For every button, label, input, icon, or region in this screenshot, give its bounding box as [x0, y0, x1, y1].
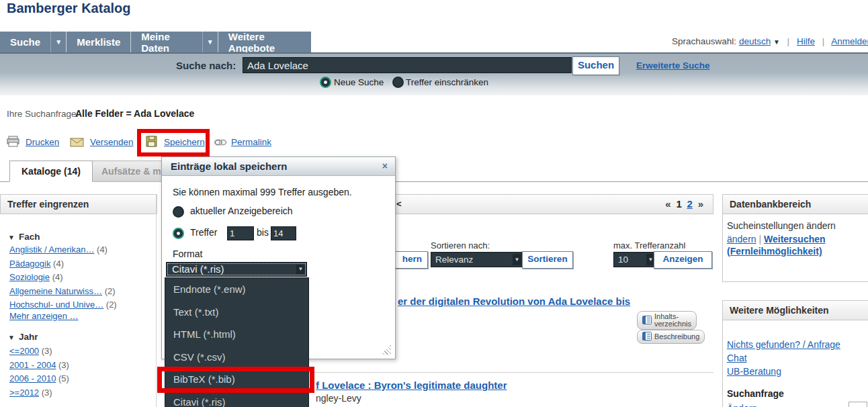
radio-current-range-label: aktueller Anzeigebereich — [190, 206, 293, 216]
hidden-text-fragment: < — [396, 195, 402, 214]
toc-button-label: Inhalts-verzeichnis — [654, 313, 691, 328]
nothing-found-link[interactable]: Nichts gefunden? / Anfrage — [727, 339, 840, 350]
range-to-input[interactable] — [271, 226, 296, 240]
interlibrary-loan-link[interactable]: (Fernleihmöglichkeit) — [727, 246, 822, 257]
aendern-link-clipped[interactable]: Ändern — [727, 403, 757, 407]
separator: | — [758, 234, 761, 244]
facet-group-label: Fach — [19, 232, 40, 242]
radio-treffer-range-label: Treffer — [190, 227, 217, 238]
envelope-icon — [70, 138, 84, 150]
pagination-page-1: 1 — [676, 198, 681, 210]
description-button[interactable]: Beschreibung — [637, 330, 705, 344]
result-2-author: ngley-Levy — [316, 393, 361, 404]
triangle-down-icon: ▼ — [8, 234, 15, 241]
range-from-input[interactable] — [227, 226, 254, 240]
toc-button[interactable]: Inhalts-verzeichnis — [637, 311, 697, 330]
radio-current-range[interactable] — [173, 206, 184, 218]
continue-search-link[interactable]: Weitersuchen — [764, 234, 826, 244]
search-label: Suche nach: — [176, 60, 236, 71]
sort-button[interactable]: Sortieren — [522, 251, 573, 269]
facet-panel-header: Treffer eingrenzen — [0, 194, 157, 214]
close-icon[interactable]: × — [382, 157, 388, 175]
result-2-title-link[interactable]: f Lovelace : Byron's legitimate daughter — [316, 379, 507, 391]
more-options-panel-header: Weitere Möglichkeiten — [723, 301, 868, 320]
print-link[interactable]: Drucken — [26, 137, 59, 147]
permalink-link[interactable]: Permalink — [231, 137, 271, 147]
triangle-down-icon: ▼ — [8, 334, 15, 341]
nav-item-merkliste[interactable]: Merkliste — [67, 32, 131, 52]
chevron-down-icon: ▼ — [207, 38, 214, 46]
format-label: Format — [173, 248, 202, 259]
nav-suche-dropdown-arrow[interactable]: ▼ — [50, 32, 67, 52]
facet-link: <=2000 (3) — [9, 346, 52, 356]
chevron-down-icon: ▼ — [773, 38, 780, 46]
document-icon — [642, 332, 652, 342]
format-option-csv[interactable]: CSV (*.csv) — [165, 346, 308, 369]
divider — [156, 194, 157, 407]
language-select[interactable]: deutsch — [739, 36, 771, 46]
max-results-label: max. Trefferanzahl — [613, 240, 685, 251]
ub-beratung-link[interactable]: UB-Beratung — [727, 366, 781, 377]
facet-link: Pädagogik (4) — [9, 259, 64, 269]
sort-select[interactable]: Relevanz ▼ — [431, 252, 523, 267]
format-select-value: Citavi (*.ris) — [172, 263, 224, 275]
tab-kataloge[interactable]: Kataloge (14) — [9, 161, 93, 182]
facet-group-jahr[interactable]: ▼Jahr — [8, 332, 38, 342]
facet-group-fach[interactable]: ▼Fach — [8, 232, 40, 242]
annotation-box-bibtex — [157, 367, 314, 393]
help-link[interactable]: Hilfe — [797, 36, 815, 46]
change-link[interactable]: ändern — [727, 234, 756, 244]
query-summary-value: Alle Felder = Ada Lovelace — [75, 108, 194, 119]
show-button[interactable]: Anzeigen — [654, 251, 712, 269]
save-dialog-title: Einträge lokal speichern — [162, 157, 395, 176]
pagination-prev[interactable]: « — [665, 198, 670, 210]
bis-label: bis — [257, 227, 269, 238]
format-option-html[interactable]: HTML (*.html) — [165, 323, 308, 346]
document-icon — [642, 316, 652, 326]
max-results-select[interactable]: 10 ▼ — [613, 252, 657, 267]
clipped-input-fragment[interactable] — [849, 402, 867, 407]
permalink-chain-icon — [214, 138, 228, 150]
nav-item-label: Merkliste — [77, 36, 120, 48]
format-option-endnote[interactable]: Endnote (*.enw) — [165, 278, 308, 301]
pagination-next[interactable]: » — [698, 198, 703, 210]
format-option-text[interactable]: Text (*.txt) — [165, 301, 308, 324]
radio-treffer-range[interactable] — [173, 228, 184, 239]
nav-item-label: Meine Daten — [141, 31, 191, 54]
search-button[interactable]: Suchen — [572, 56, 619, 75]
nav-item-suche[interactable]: Suche — [0, 32, 50, 52]
search-input[interactable] — [243, 57, 572, 73]
search-settings-text: Sucheinstellungen ändern — [727, 220, 865, 231]
pagination-page-2[interactable]: 2 — [687, 198, 693, 210]
facet-group-label: Jahr — [19, 332, 38, 342]
radio-treffer-einschraenken[interactable] — [392, 77, 404, 88]
chevron-down-icon: ▼ — [513, 254, 521, 265]
database-panel-header: Datenbankbereich — [723, 195, 868, 214]
format-option-citavi[interactable]: Citavi (*.ris) — [165, 391, 308, 407]
login-link[interactable]: Anmelden — [831, 36, 868, 46]
radio-neue-suche[interactable] — [320, 77, 331, 88]
sort-label: Sortieren nach: — [431, 240, 490, 251]
language-label: Sprachauswahl: — [672, 36, 736, 46]
format-select[interactable]: Citavi (*.ris) ▼ — [166, 262, 307, 277]
nav-meine-daten-dropdown-arrow[interactable]: ▼ — [202, 32, 218, 52]
facet-link: Soziologie (4) — [9, 272, 63, 282]
chevron-down-icon: ▼ — [55, 38, 62, 46]
nav-item-label: Weitere Angebote — [228, 31, 301, 54]
tab-aufsaetze[interactable]: Aufsätze & m — [89, 161, 173, 182]
facet-more-link: Mehr anzeigen … — [9, 311, 79, 321]
chat-link[interactable]: Chat — [727, 353, 747, 363]
query-summary-label: Ihre Suchanfrage: — [7, 109, 79, 119]
max-results-value: 10 — [618, 255, 628, 265]
printer-icon — [7, 136, 19, 150]
facet-link: 2006 - 2010 (5) — [9, 373, 69, 383]
resize-grip[interactable] — [381, 345, 391, 355]
advanced-search-link[interactable]: Erweiterte Suche — [636, 60, 710, 71]
suchanfrage-heading: Suchanfrage — [727, 387, 865, 400]
nav-item-meine-daten[interactable]: Meine Daten — [131, 32, 202, 52]
page-title: Bamberger Katalog — [7, 1, 131, 16]
send-link[interactable]: Versenden — [90, 137, 134, 147]
nav-item-weitere-angebote[interactable]: Weitere Angebote — [218, 32, 311, 52]
radio-treffer-einschraenken-label: Treffer einschränken — [406, 77, 488, 87]
result-1-title-link[interactable]: er der digitalen Revolution von Ada Love… — [398, 296, 630, 307]
